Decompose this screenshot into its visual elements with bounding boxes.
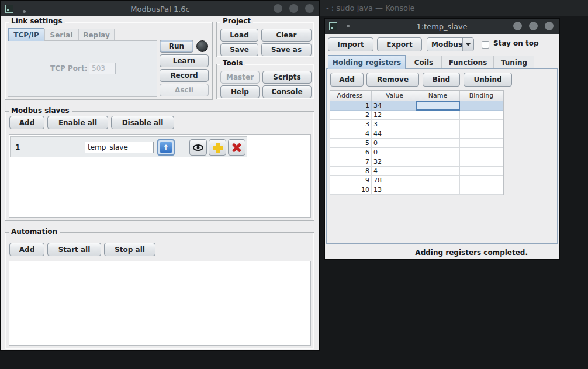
stop-all-button[interactable]: Stop all (104, 243, 155, 256)
table-row[interactable]: 1013 (330, 185, 503, 195)
cell-value[interactable]: 0 (372, 148, 416, 157)
view-slave-button[interactable] (189, 139, 207, 156)
column-header-address[interactable]: Address (330, 91, 372, 101)
slave-editor-titlebar[interactable]: 1:temp_slave (325, 19, 559, 34)
add-slave-button[interactable]: Add (9, 116, 44, 129)
table-row[interactable]: 212 (330, 111, 503, 120)
cell-address[interactable]: 6 (330, 148, 372, 157)
window-button[interactable] (545, 22, 554, 30)
tab-functions[interactable]: Functions (442, 56, 494, 69)
window-button[interactable] (305, 4, 314, 13)
cell-address[interactable]: 8 (330, 167, 372, 176)
cell-address[interactable]: 9 (330, 176, 372, 185)
konsole-titlebar[interactable]: - : sudo java — Konsole (320, 0, 588, 16)
cell-name[interactable] (416, 176, 460, 185)
cell-address[interactable]: 10 (330, 185, 372, 195)
cell-address[interactable]: 3 (330, 120, 372, 129)
enable-all-button[interactable]: Enable all (47, 116, 108, 129)
cell-address[interactable]: 5 (330, 139, 372, 148)
cell-value[interactable]: 12 (372, 111, 416, 120)
tab-coils[interactable]: Coils (406, 56, 442, 69)
cell-name[interactable] (416, 148, 460, 157)
cell-binding[interactable] (460, 129, 503, 139)
cell-binding[interactable] (460, 148, 503, 157)
slave-name-input[interactable] (85, 142, 154, 153)
column-header-name[interactable]: Name (416, 91, 460, 101)
cell-binding[interactable] (460, 120, 503, 129)
bind-button[interactable]: Bind (423, 73, 460, 87)
table-row[interactable]: 60 (330, 148, 503, 157)
window-button[interactable] (513, 22, 522, 30)
cell-value[interactable]: 34 (372, 101, 416, 111)
cell-value[interactable]: 44 (372, 129, 416, 139)
table-row[interactable]: 50 (330, 139, 503, 148)
console-button[interactable]: Console (262, 85, 312, 98)
table-row[interactable]: 978 (330, 176, 503, 185)
remove-register-button[interactable]: Remove (366, 73, 419, 87)
load-button[interactable]: Load (220, 29, 258, 42)
modbuspal-titlebar[interactable]: ModbusPal 1.6c (1, 1, 319, 16)
tab-holding-registers[interactable]: Holding registers (328, 55, 406, 69)
table-row[interactable]: 732 (330, 157, 503, 167)
cell-name[interactable] (416, 129, 460, 139)
export-button[interactable]: Export (377, 37, 422, 51)
tab-serial[interactable]: Serial (44, 29, 78, 41)
cell-name[interactable] (416, 157, 460, 167)
record-button[interactable]: Record (160, 69, 209, 82)
cell-binding[interactable] (460, 111, 503, 120)
cell-name[interactable] (416, 139, 460, 148)
scripts-button[interactable]: Scripts (262, 71, 312, 84)
window-button[interactable] (529, 22, 538, 30)
cell-name[interactable] (416, 167, 460, 176)
save-button[interactable]: Save (220, 43, 258, 56)
cell-binding[interactable] (460, 176, 503, 185)
cell-value[interactable]: 13 (372, 185, 416, 195)
delete-slave-button[interactable] (228, 139, 245, 156)
cell-name[interactable] (416, 120, 460, 129)
dropdown-arrow-button[interactable] (462, 38, 473, 51)
unbind-button[interactable]: Unbind (464, 73, 512, 87)
disable-all-button[interactable]: Disable all (111, 116, 174, 129)
tab-replay[interactable]: Replay (78, 29, 115, 41)
help-button[interactable]: Help (220, 85, 260, 98)
modbus-mode-dropdown[interactable]: Modbus (427, 37, 474, 51)
start-all-button[interactable]: Start all (47, 243, 101, 256)
cell-address[interactable]: 7 (330, 157, 372, 167)
run-button[interactable]: Run (160, 40, 193, 53)
tab-tcpip[interactable]: TCP/IP (8, 28, 44, 41)
add-automation-button[interactable]: Add (9, 243, 44, 256)
cell-binding[interactable] (460, 167, 503, 176)
cell-binding[interactable] (460, 185, 503, 195)
learn-button[interactable]: Learn (160, 54, 209, 67)
cell-value[interactable]: 0 (372, 139, 416, 148)
table-row[interactable]: 134 (330, 101, 503, 111)
cell-binding[interactable] (460, 139, 503, 148)
table-row[interactable]: 84 (330, 167, 503, 176)
tcp-port-input[interactable] (89, 63, 116, 74)
import-button[interactable]: Import (328, 37, 373, 51)
save-as-button[interactable]: Save as (261, 43, 312, 56)
cell-value[interactable]: 4 (372, 167, 416, 176)
table-row[interactable]: 33 (330, 120, 503, 129)
tab-tuning[interactable]: Tuning (494, 56, 534, 69)
column-header-value[interactable]: Value (372, 91, 416, 101)
cell-name[interactable] (416, 185, 460, 195)
slave-enable-toggle-button[interactable]: ↑ (157, 139, 175, 156)
stay-on-top-checkbox[interactable] (482, 41, 489, 49)
cell-binding[interactable] (460, 101, 503, 111)
cell-address[interactable]: 2 (330, 111, 372, 120)
add-register-button[interactable]: Add (330, 73, 364, 87)
cell-value[interactable]: 3 (372, 120, 416, 129)
cell-binding[interactable] (460, 157, 503, 167)
cell-value[interactable]: 78 (372, 176, 416, 185)
table-row[interactable]: 444 (330, 129, 503, 139)
window-button[interactable] (289, 4, 298, 13)
duplicate-slave-button[interactable] (209, 139, 226, 156)
column-header-binding[interactable]: Binding (460, 91, 503, 101)
cell-name[interactable] (416, 111, 460, 120)
clear-button[interactable]: Clear (261, 29, 312, 42)
cell-address[interactable]: 1 (330, 101, 372, 111)
cell-value[interactable]: 32 (372, 157, 416, 167)
cell-address[interactable]: 4 (330, 129, 372, 139)
slave-row[interactable]: 1 ↑ (10, 136, 247, 157)
